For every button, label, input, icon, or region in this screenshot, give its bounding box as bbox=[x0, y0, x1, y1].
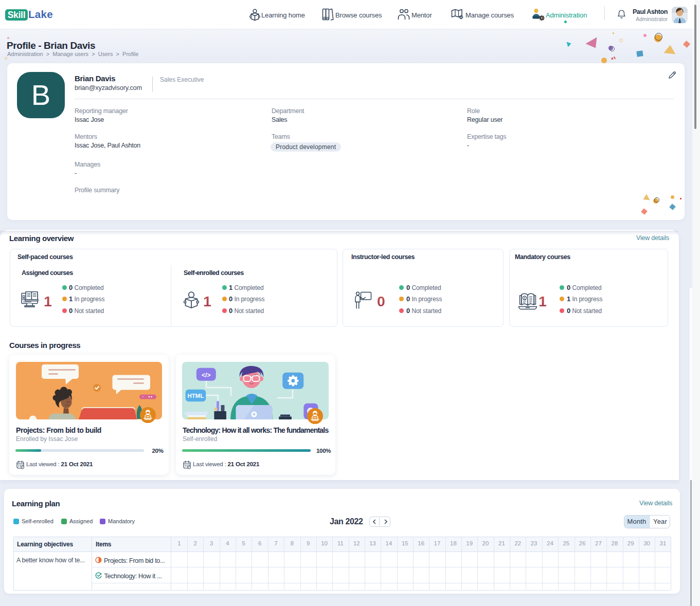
svg-text:HTML: HTML bbox=[188, 393, 204, 399]
svg-text:</>: </> bbox=[202, 372, 210, 379]
